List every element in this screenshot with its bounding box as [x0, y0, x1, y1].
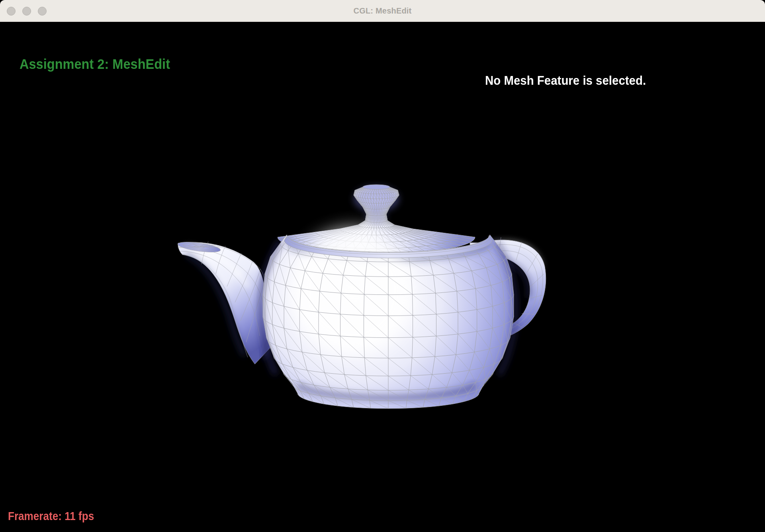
framerate-label: Framerate: 11 fps — [8, 511, 94, 522]
selection-status: No Mesh Feature is selected. — [485, 74, 646, 87]
traffic-lights — [7, 7, 47, 16]
window-titlebar[interactable]: CGL: MeshEdit — [0, 0, 765, 22]
zoom-button[interactable] — [38, 7, 47, 16]
minimize-button[interactable] — [22, 7, 31, 16]
close-button[interactable] — [7, 7, 16, 16]
teapot-canvas[interactable] — [0, 22, 765, 532]
mesh-viewport[interactable]: Assignment 2: MeshEdit No Mesh Feature i… — [0, 22, 765, 532]
app-window: CGL: MeshEdit Assignment 2: MeshEdit No … — [0, 0, 765, 532]
window-title: CGL: MeshEdit — [354, 6, 412, 16]
assignment-heading: Assignment 2: MeshEdit — [20, 57, 170, 71]
